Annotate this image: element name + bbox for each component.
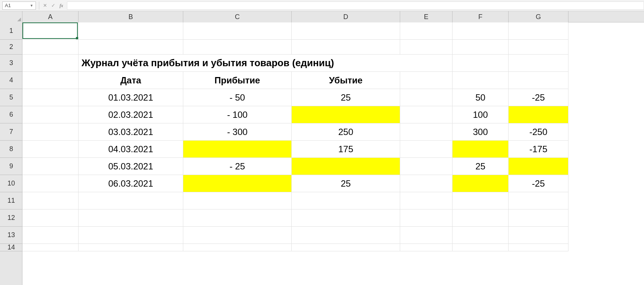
arrival-cell[interactable]: - 300	[183, 123, 292, 141]
cell-B1[interactable]	[79, 22, 183, 40]
row-header-2[interactable]: 2	[0, 40, 22, 55]
cell-B13[interactable]	[79, 227, 183, 244]
cell-G12[interactable]	[509, 209, 568, 227]
cell-E4[interactable]	[400, 72, 453, 89]
row-header-11[interactable]: 11	[0, 192, 22, 209]
arrival-cell[interactable]	[183, 141, 292, 158]
cell-B14[interactable]	[79, 244, 183, 251]
cell-E11[interactable]	[400, 192, 453, 209]
date-cell[interactable]: 01.03.2021	[79, 89, 183, 106]
cell-A3[interactable]	[22, 55, 79, 72]
cancel-icon[interactable]: ✕	[41, 1, 49, 10]
cell-D14[interactable]	[292, 244, 400, 251]
name-box[interactable]: A1 ▼	[2, 1, 36, 10]
date-cell[interactable]: 04.03.2021	[79, 141, 183, 158]
cell-G11[interactable]	[509, 192, 568, 209]
row-header-7[interactable]: 7	[0, 123, 22, 141]
date-cell[interactable]: 02.03.2021	[79, 106, 183, 123]
departure-cell[interactable]: 25	[292, 89, 400, 106]
row-header-9[interactable]: 9	[0, 158, 22, 175]
cell-A8[interactable]	[22, 141, 79, 158]
date-cell[interactable]: 06.03.2021	[79, 175, 183, 192]
column-header-A[interactable]: A	[22, 11, 79, 22]
side-g-cell[interactable]: -175	[509, 141, 568, 158]
cell-D13[interactable]	[292, 227, 400, 244]
side-g-cell[interactable]: -250	[509, 123, 568, 141]
cell-E9[interactable]	[400, 158, 453, 175]
cell-F2[interactable]	[453, 40, 509, 55]
cell-C2[interactable]	[183, 40, 292, 55]
cell-A9[interactable]	[22, 158, 79, 175]
row-header-1[interactable]: 1	[0, 22, 22, 40]
formula-input[interactable]	[67, 1, 644, 10]
cell-G1[interactable]	[509, 22, 568, 40]
table-title[interactable]: Журнал учёта прибытия и убытия товаров (…	[79, 55, 400, 72]
enter-icon[interactable]: ✓	[49, 1, 57, 10]
cell-C11[interactable]	[183, 192, 292, 209]
cell-E7[interactable]	[400, 123, 453, 141]
chevron-down-icon[interactable]: ▼	[30, 4, 33, 7]
row-header-10[interactable]: 10	[0, 175, 22, 192]
cell-E3[interactable]	[400, 55, 453, 72]
select-all-corner[interactable]	[0, 11, 22, 22]
cell-C1[interactable]	[183, 22, 292, 40]
cell-A10[interactable]	[22, 175, 79, 192]
cell-D12[interactable]	[292, 209, 400, 227]
side-g-cell[interactable]	[509, 106, 568, 123]
side-f-cell[interactable]: 100	[453, 106, 509, 123]
arrival-cell[interactable]: - 100	[183, 106, 292, 123]
side-f-cell[interactable]: 25	[453, 158, 509, 175]
cell-F3[interactable]	[453, 55, 509, 72]
cell-E13[interactable]	[400, 227, 453, 244]
col-header-date[interactable]: Дата	[79, 72, 183, 89]
cell-A12[interactable]	[22, 209, 79, 227]
cell-F12[interactable]	[453, 209, 509, 227]
cell-C14[interactable]	[183, 244, 292, 251]
cell-F13[interactable]	[453, 227, 509, 244]
column-header-F[interactable]: F	[453, 11, 509, 22]
arrival-cell[interactable]: - 25	[183, 158, 292, 175]
cell-B2[interactable]	[79, 40, 183, 55]
fx-icon[interactable]: fx	[57, 1, 65, 10]
row-header-8[interactable]: 8	[0, 141, 22, 158]
cell-G13[interactable]	[509, 227, 568, 244]
side-f-cell[interactable]	[453, 175, 509, 192]
arrival-cell[interactable]: - 50	[183, 89, 292, 106]
cell-A14[interactable]	[22, 244, 79, 251]
row-header-13[interactable]: 13	[0, 227, 22, 244]
row-header-12[interactable]: 12	[0, 209, 22, 227]
cell-G4[interactable]	[509, 72, 568, 89]
cell-E10[interactable]	[400, 175, 453, 192]
side-f-cell[interactable]	[453, 141, 509, 158]
departure-cell[interactable]: 250	[292, 123, 400, 141]
cell-A11[interactable]	[22, 192, 79, 209]
side-f-cell[interactable]: 50	[453, 89, 509, 106]
side-g-cell[interactable]: -25	[509, 89, 568, 106]
arrival-cell[interactable]	[183, 175, 292, 192]
row-header-5[interactable]: 5	[0, 89, 22, 106]
departure-cell[interactable]	[292, 158, 400, 175]
cell-F1[interactable]	[453, 22, 509, 40]
cell-D11[interactable]	[292, 192, 400, 209]
departure-cell[interactable]	[292, 106, 400, 123]
column-header-B[interactable]: B	[79, 11, 183, 22]
cell-G2[interactable]	[509, 40, 568, 55]
cell-A2[interactable]	[22, 40, 79, 55]
cell-E6[interactable]	[400, 106, 453, 123]
col-header-departure[interactable]: Убытие	[292, 72, 400, 89]
side-g-cell[interactable]: -25	[509, 175, 568, 192]
side-f-cell[interactable]: 300	[453, 123, 509, 141]
column-header-E[interactable]: E	[400, 11, 453, 22]
cell-A1[interactable]	[22, 22, 79, 40]
cell-G14[interactable]	[509, 244, 568, 251]
cell-E5[interactable]	[400, 89, 453, 106]
cell-E8[interactable]	[400, 141, 453, 158]
date-cell[interactable]: 03.03.2021	[79, 123, 183, 141]
cell-F14[interactable]	[453, 244, 509, 251]
cell-C12[interactable]	[183, 209, 292, 227]
side-g-cell[interactable]	[509, 158, 568, 175]
column-header-C[interactable]: C	[183, 11, 292, 22]
cell-A13[interactable]	[22, 227, 79, 244]
column-header-D[interactable]: D	[292, 11, 400, 22]
cell-A4[interactable]	[22, 72, 79, 89]
